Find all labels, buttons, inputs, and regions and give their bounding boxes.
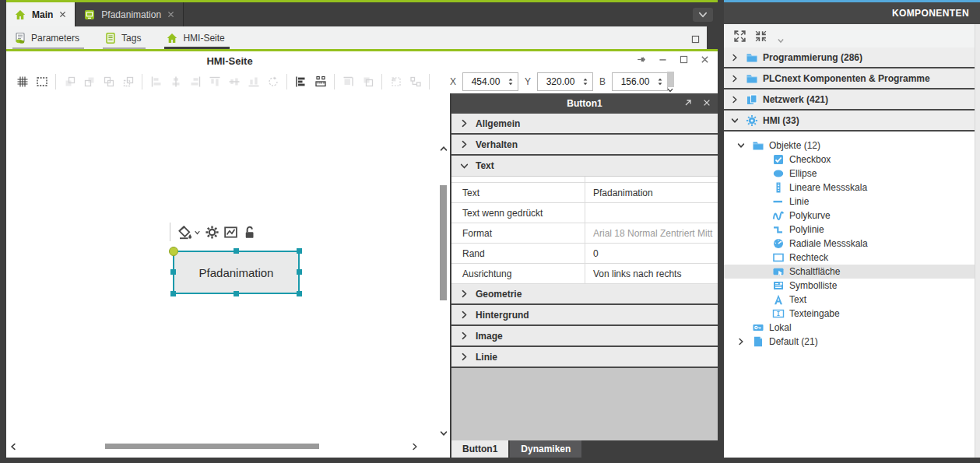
tree-item-hmi-33[interactable]: HMI (33) — [724, 110, 980, 132]
popout-icon[interactable] — [683, 98, 693, 107]
property-row-text[interactable]: TextPfadanimation — [451, 183, 718, 203]
y-input[interactable]: 320.00 — [537, 72, 593, 91]
b-input[interactable]: 156.00 — [612, 72, 668, 91]
tree-item-polylinie[interactable]: Polylinie — [724, 223, 980, 237]
tree-item-radiale-messskala[interactable]: Radiale Messskala — [724, 237, 980, 251]
section-geometrie[interactable]: Geometrie — [451, 284, 718, 305]
resize-handle-ne[interactable] — [297, 248, 302, 254]
section-verhalten[interactable]: Verhalten — [451, 135, 718, 156]
horizontal-scroll-thumb[interactable] — [105, 444, 319, 449]
tree-item-lineare-messskala[interactable]: Lineare Messskala — [724, 181, 980, 195]
fill-color-icon[interactable] — [177, 225, 201, 240]
chevron-right-icon[interactable] — [729, 93, 741, 106]
close-icon[interactable] — [58, 10, 67, 19]
distribute-horizontal-icon[interactable] — [291, 72, 311, 91]
section-hintergrund[interactable]: Hintergrund — [451, 305, 718, 326]
spinner-icon[interactable] — [655, 76, 665, 87]
resize-handle-n[interactable] — [234, 248, 239, 254]
grid-icon[interactable] — [12, 72, 32, 91]
chevron-down-icon[interactable] — [666, 87, 674, 93]
tab-tags[interactable]: Tags — [103, 30, 146, 49]
tree-item-ellipse[interactable]: Ellipse — [724, 167, 980, 181]
unlock-icon[interactable] — [242, 225, 257, 240]
doc-tab-main[interactable]: Main — [6, 2, 76, 26]
tab-hmi-seite[interactable]: HMI-Seite — [164, 30, 229, 49]
chevron-down-icon[interactable] — [777, 37, 785, 44]
tree-item-linie[interactable]: Linie — [724, 195, 980, 209]
tab-parameters[interactable]: Parameters — [12, 30, 84, 49]
canvas-toolbar: X454.00Y320.00B156.00 — [6, 70, 718, 93]
chevron-right-icon[interactable] — [729, 51, 741, 64]
doc-tab-pfadanimation[interactable]: Pfadanimation — [76, 2, 184, 26]
tree-item-default-21[interactable]: Default (21) — [724, 335, 980, 349]
close-icon[interactable] — [700, 54, 710, 65]
canvas-button-pfadanimation[interactable]: Pfadanimation — [173, 251, 300, 294]
pin-icon[interactable] — [637, 54, 647, 65]
minimize-icon[interactable] — [658, 54, 668, 65]
section-linie[interactable]: Linie — [451, 347, 718, 368]
tree-item-checkbox[interactable]: Checkbox — [724, 153, 980, 167]
properties-tab-dynamiken[interactable]: Dynamiken — [510, 440, 581, 458]
toolbar-overflow-scroll[interactable] — [665, 72, 676, 93]
resize-handle-s[interactable] — [234, 291, 239, 296]
scroll-down-icon[interactable] — [439, 430, 448, 437]
vertical-scroll-thumb[interactable] — [440, 185, 447, 300]
scroll-left-icon[interactable] — [9, 442, 17, 451]
property-row-text-wenn-gedr-ckt[interactable]: Text wenn gedrückt — [451, 203, 718, 223]
chevron-down-icon[interactable] — [729, 114, 741, 127]
snap-to-grid-icon[interactable] — [311, 72, 330, 91]
property-value[interactable]: Arial 18 Normal Zentriert Mitt — [585, 223, 718, 243]
dynamics-chart-icon[interactable] — [223, 225, 238, 240]
property-value[interactable]: 0 — [585, 244, 718, 263]
canvas-horizontal-scrollbar[interactable] — [6, 442, 437, 451]
resize-handle-e[interactable] — [297, 269, 302, 275]
tree-item-symbolliste[interactable]: Symbolliste — [724, 279, 980, 293]
expand-all-icon[interactable] — [733, 30, 746, 43]
tab-list-button[interactable] — [693, 8, 713, 22]
resize-handle-w[interactable] — [170, 269, 176, 275]
maximize-editor-button[interactable] — [690, 34, 701, 44]
collapse-all-icon[interactable] — [754, 30, 767, 43]
tree-item-objekte-12[interactable]: Objekte (12) — [724, 139, 980, 153]
maximize-icon[interactable] — [679, 54, 689, 65]
section-text[interactable]: Text — [451, 156, 718, 177]
tree-item-netzwerk-421[interactable]: Netzwerk (421) — [724, 89, 980, 110]
properties-tab-button1[interactable]: Button1 — [451, 440, 508, 458]
rotation-handle[interactable] — [169, 247, 178, 256]
selection-frame-icon[interactable] — [32, 72, 51, 91]
tree-item-texteingabe[interactable]: Texteingabe — [724, 307, 980, 321]
panel-splitter[interactable] — [718, 0, 724, 458]
scroll-up-icon[interactable] — [439, 145, 448, 153]
close-icon[interactable] — [167, 10, 175, 19]
section-allgemein[interactable]: Allgemein — [451, 114, 718, 135]
chevron-right-icon[interactable] — [729, 72, 741, 85]
gear-icon[interactable] — [205, 225, 220, 240]
tree-item-plcnext-komponenten-programme[interactable]: PLCnext Komponenten & Programme — [724, 68, 980, 89]
tree-item-polykurve[interactable]: Polykurve — [724, 209, 980, 223]
close-icon[interactable] — [702, 98, 711, 107]
property-value[interactable] — [585, 203, 718, 223]
resize-handle-sw[interactable] — [170, 291, 176, 296]
property-row-format[interactable]: FormatArial 18 Normal Zentriert Mitt — [451, 223, 718, 244]
chevron-down-icon[interactable] — [735, 139, 747, 152]
tree-item-programmierung-286[interactable]: Programmierung (286) — [724, 47, 980, 68]
chevron-right-icon[interactable] — [735, 335, 747, 348]
tree-item-rechteck[interactable]: Rechteck — [724, 251, 980, 265]
overflow-thumb[interactable] — [667, 72, 674, 87]
section-image[interactable]: Image — [451, 326, 718, 347]
property-row-rand[interactable]: Rand0 — [451, 244, 718, 264]
x-input[interactable]: 454.00 — [462, 72, 518, 91]
components-scrollbar[interactable] — [975, 24, 980, 458]
spinner-icon[interactable] — [506, 76, 515, 87]
scroll-right-icon[interactable] — [411, 442, 419, 451]
property-row-ausrichtung[interactable]: AusrichtungVon links nach rechts — [451, 264, 718, 284]
resize-handle-se[interactable] — [297, 291, 302, 296]
property-value[interactable]: Pfadanimation — [585, 183, 718, 202]
spinner-icon[interactable] — [581, 76, 590, 87]
tree-item-text[interactable]: Text — [724, 293, 980, 307]
tree-item-schaltfl-che[interactable]: Schaltfläche — [724, 265, 980, 279]
canvas-vertical-scrollbar[interactable] — [438, 139, 449, 447]
property-value[interactable]: Von links nach rechts — [585, 264, 718, 283]
tree-item-lokal[interactable]: Lokal — [724, 321, 980, 335]
folder-icon — [746, 72, 758, 85]
